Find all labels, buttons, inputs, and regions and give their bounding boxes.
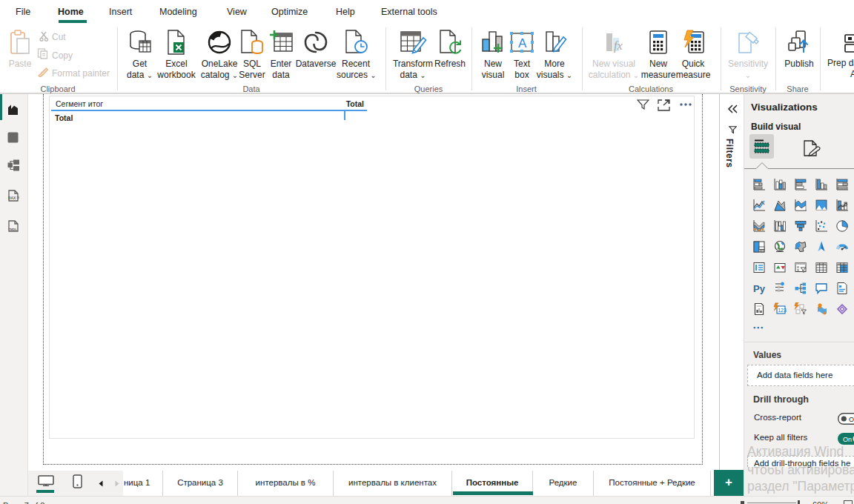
svg-text:123: 123: [778, 308, 787, 313]
svg-text:DAX: DAX: [8, 196, 16, 200]
svg-text:Py: Py: [753, 283, 766, 294]
svg-text:fx: fx: [614, 39, 623, 53]
svg-text:TMDL: TMDL: [8, 228, 17, 231]
svg-text:A: A: [518, 36, 527, 50]
svg-text:Of: Of: [849, 416, 854, 423]
svg-text:On: On: [843, 436, 852, 443]
